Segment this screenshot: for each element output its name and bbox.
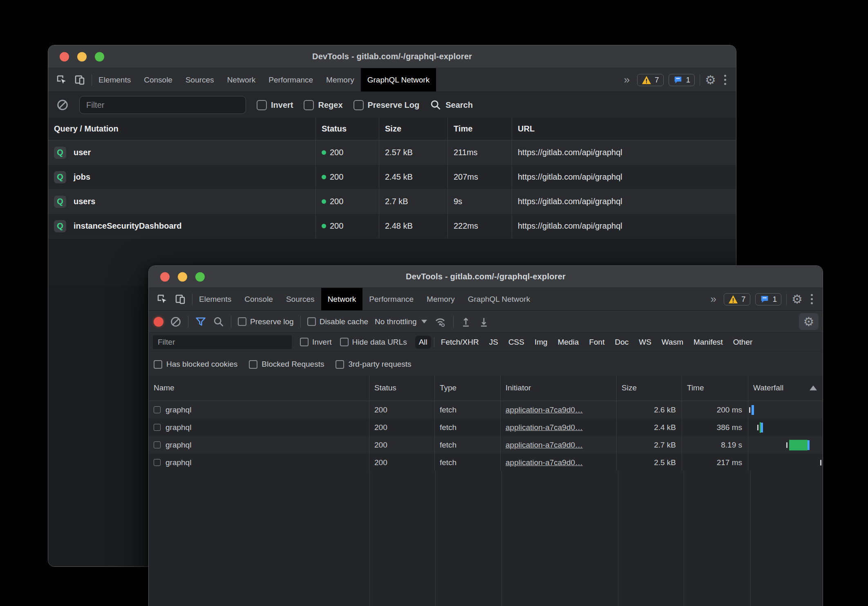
more-tabs-icon[interactable]: » [708, 293, 718, 305]
col-name[interactable]: Name [149, 375, 369, 401]
filter-funnel-icon[interactable] [195, 316, 206, 328]
hide-data-urls-checkbox[interactable]: Hide data URLs [340, 338, 407, 347]
tab-performance[interactable]: Performance [262, 68, 320, 91]
zoom-button[interactable] [95, 52, 104, 61]
tab-console[interactable]: Console [137, 68, 179, 91]
col-size[interactable]: Size [617, 375, 682, 401]
disable-cache-checkbox[interactable]: Disable cache [307, 317, 368, 326]
preserve-log-checkbox[interactable]: Preserve Log [353, 100, 420, 110]
inspect-element-icon[interactable] [56, 74, 68, 86]
search-button[interactable]: Search [430, 99, 473, 111]
table-row[interactable]: graphql 200 fetch application-a7ca9d0… 2… [149, 436, 823, 454]
filter-chip-all[interactable]: All [415, 336, 431, 349]
tab-memory[interactable]: Memory [320, 68, 361, 91]
tab-console[interactable]: Console [238, 288, 280, 310]
warnings-badge[interactable]: 7 [724, 293, 750, 305]
filter-chip-media[interactable]: Media [554, 336, 583, 349]
initiator-link[interactable]: application-a7ca9d0… [506, 405, 583, 414]
zoom-button[interactable] [195, 272, 205, 281]
minimize-button[interactable] [77, 52, 87, 61]
row-checkbox[interactable] [154, 441, 161, 448]
col-waterfall[interactable]: Waterfall [748, 375, 823, 401]
more-options-icon[interactable] [808, 294, 816, 304]
network-settings-button[interactable]: ⚙ [799, 313, 819, 330]
tab-performance[interactable]: Performance [362, 288, 420, 310]
filter-input[interactable]: Filter [153, 335, 292, 349]
initiator-link[interactable]: application-a7ca9d0… [506, 458, 583, 467]
filter-chip-wasm[interactable]: Wasm [658, 336, 687, 349]
filter-chip-doc[interactable]: Doc [611, 336, 632, 349]
tab-memory[interactable]: Memory [420, 288, 461, 310]
col-time[interactable]: Time [448, 118, 512, 140]
network-conditions-icon[interactable] [434, 316, 447, 328]
close-button[interactable] [60, 52, 69, 61]
col-type[interactable]: Type [435, 375, 501, 401]
col-url[interactable]: URL [512, 118, 736, 140]
tab-network[interactable]: Network [221, 68, 262, 91]
table-row[interactable]: Quser 200 2.57 kB 211ms https://gitlab.c… [48, 140, 736, 165]
filter-chip-other[interactable]: Other [729, 336, 756, 349]
minimize-button[interactable] [178, 272, 187, 281]
tab-network[interactable]: Network [321, 288, 363, 310]
settings-gear-icon[interactable]: ⚙ [705, 74, 716, 86]
query-badge: Q [54, 196, 66, 208]
tab-graphql-network[interactable]: GraphQL Network [361, 68, 436, 91]
initiator-link[interactable]: application-a7ca9d0… [506, 423, 583, 432]
col-size[interactable]: Size [379, 118, 448, 140]
issues-badge[interactable]: 1 [755, 293, 782, 305]
col-status[interactable]: Status [369, 375, 435, 401]
block-icon[interactable] [56, 99, 69, 111]
filter-chip-js[interactable]: JS [485, 336, 502, 349]
row-checkbox[interactable] [154, 406, 161, 413]
invert-checkbox[interactable]: Invert [300, 338, 332, 347]
initiator-link[interactable]: application-a7ca9d0… [506, 441, 583, 450]
tab-graphql-network[interactable]: GraphQL Network [461, 288, 537, 310]
device-toolbar-icon[interactable] [74, 74, 86, 86]
filter-chip-img[interactable]: Img [531, 336, 551, 349]
clear-icon[interactable] [170, 316, 181, 328]
filter-chip-manifest[interactable]: Manifest [690, 336, 727, 349]
table-row[interactable]: Qusers 200 2.7 kB 9s https://gitlab.com/… [48, 189, 736, 214]
filter-chip-css[interactable]: CSS [505, 336, 528, 349]
filter-chip-ws[interactable]: WS [635, 336, 655, 349]
col-initiator[interactable]: Initiator [501, 375, 617, 401]
row-checkbox[interactable] [154, 459, 161, 466]
col-time[interactable]: Time [682, 375, 748, 401]
invert-checkbox[interactable]: Invert [257, 100, 293, 110]
table-row[interactable]: Qjobs 200 2.45 kB 207ms https://gitlab.c… [48, 165, 736, 189]
filter-chip-fetch-xhr[interactable]: Fetch/XHR [437, 336, 483, 349]
filter-chip-font[interactable]: Font [585, 336, 608, 349]
tab-elements[interactable]: Elements [92, 68, 137, 91]
third-party-requests-checkbox[interactable]: 3rd-party requests [336, 360, 411, 369]
tab-elements[interactable]: Elements [192, 288, 238, 310]
export-har-icon[interactable] [478, 316, 490, 328]
titlebar[interactable]: DevTools - gitlab.com/-/graphql-explorer [149, 266, 823, 288]
table-row[interactable]: graphql 200 fetch application-a7ca9d0… 2… [149, 454, 823, 471]
tab-sources[interactable]: Sources [179, 68, 221, 91]
more-options-icon[interactable] [721, 75, 729, 85]
table-row[interactable]: graphql 200 fetch application-a7ca9d0… 2… [149, 401, 823, 419]
search-icon[interactable] [213, 316, 224, 328]
throttling-select[interactable]: No throttling [375, 317, 427, 326]
preserve-log-checkbox[interactable]: Preserve log [238, 317, 294, 326]
has-blocked-cookies-checkbox[interactable]: Has blocked cookies [154, 360, 237, 369]
filter-input[interactable]: Filter [79, 96, 246, 114]
settings-gear-icon[interactable]: ⚙ [792, 293, 803, 305]
warnings-badge[interactable]: 7 [637, 74, 664, 86]
inspect-element-icon[interactable] [156, 293, 168, 305]
titlebar[interactable]: DevTools - gitlab.com/-/graphql-explorer [48, 45, 736, 68]
col-query-mutation[interactable]: Query / Mutation [48, 118, 316, 140]
more-tabs-icon[interactable]: » [621, 74, 632, 86]
issues-badge[interactable]: 1 [669, 74, 695, 86]
row-checkbox[interactable] [154, 424, 161, 431]
regex-checkbox[interactable]: Regex [304, 100, 342, 110]
close-button[interactable] [160, 272, 170, 281]
record-network-log-icon[interactable] [154, 317, 163, 327]
table-row[interactable]: QinstanceSecurityDashboard 200 2.48 kB 2… [48, 214, 736, 238]
table-row[interactable]: graphql 200 fetch application-a7ca9d0… 2… [149, 419, 823, 436]
tab-sources[interactable]: Sources [280, 288, 321, 310]
col-status[interactable]: Status [316, 118, 379, 140]
blocked-requests-checkbox[interactable]: Blocked Requests [249, 360, 324, 369]
device-toolbar-icon[interactable] [174, 293, 186, 305]
import-har-icon[interactable] [460, 316, 472, 328]
